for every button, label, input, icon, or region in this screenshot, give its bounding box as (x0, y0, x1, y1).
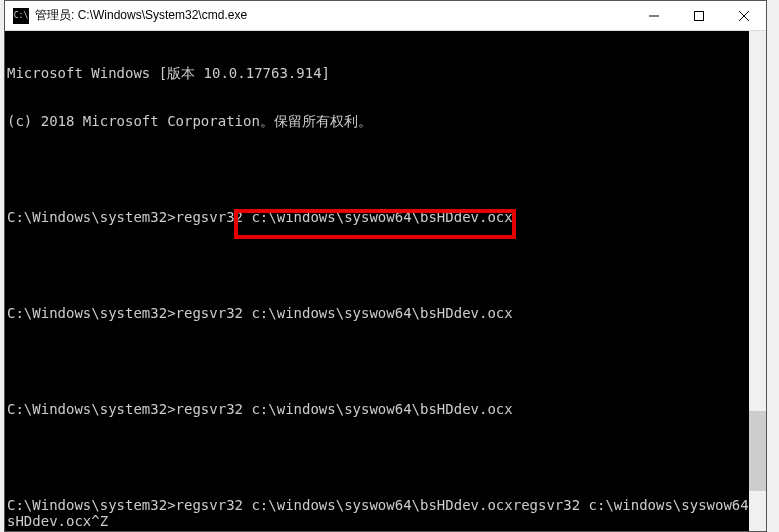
terminal-line: C:\Windows\system32>regsvr32 c:\windows\… (7, 401, 766, 417)
terminal-line: C:\Windows\system32>regsvr32 c:\windows\… (7, 305, 766, 321)
terminal-line (7, 449, 766, 465)
minimize-icon (649, 11, 659, 21)
terminal-line (7, 353, 766, 369)
titlebar: C:\ 管理员: C:\Windows\System32\cmd.exe (5, 1, 766, 31)
close-button[interactable] (721, 1, 766, 30)
terminal-line: C:\Windows\system32>regsvr32 c:\windows\… (7, 497, 766, 529)
minimize-button[interactable] (631, 1, 676, 30)
terminal-line: C:\Windows\system32>regsvr32 c:\windows\… (7, 209, 766, 225)
terminal-area[interactable]: Microsoft Windows [版本 10.0.17763.914] (c… (5, 31, 766, 531)
terminal-line (7, 257, 766, 273)
window-title: 管理员: C:\Windows\System32\cmd.exe (35, 7, 631, 24)
terminal-line: Microsoft Windows [版本 10.0.17763.914] (7, 65, 766, 81)
window-controls (631, 1, 766, 30)
maximize-icon (694, 11, 704, 21)
scrollbar-thumb[interactable] (749, 411, 766, 491)
cmd-icon: C:\ (13, 8, 29, 24)
close-icon (739, 11, 749, 21)
svg-rect-1 (694, 11, 703, 20)
terminal-line: (c) 2018 Microsoft Corporation。保留所有权利。 (7, 113, 766, 129)
maximize-button[interactable] (676, 1, 721, 30)
vertical-scrollbar[interactable] (749, 31, 766, 531)
terminal-line (7, 161, 766, 177)
cmd-window: C:\ 管理员: C:\Windows\System32\cmd.exe Mic… (4, 0, 767, 532)
